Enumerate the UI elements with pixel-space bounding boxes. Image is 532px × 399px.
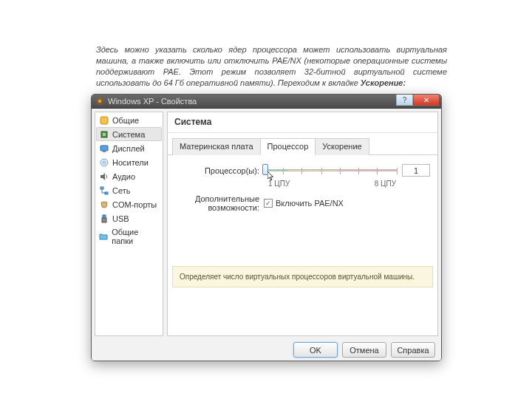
mouse-cursor-icon — [267, 171, 275, 183]
svg-point-15 — [103, 161, 105, 163]
svg-rect-12 — [100, 146, 108, 151]
sidebar: Общие Система Дисплей Носители Аудио — [95, 112, 163, 336]
hint-text: Определяет число виртуальных процессоров… — [180, 273, 415, 281]
close-button[interactable]: ✕ — [413, 95, 440, 106]
window-title: Windows XP - Свойства — [108, 97, 197, 106]
svg-rect-13 — [103, 151, 106, 152]
tab-processor[interactable]: Процессор — [260, 138, 316, 155]
sidebar-item-usb[interactable]: USB — [96, 211, 162, 225]
svg-line-5 — [97, 98, 98, 99]
svg-line-6 — [101, 103, 102, 104]
svg-rect-17 — [100, 187, 103, 189]
sidebar-item-system[interactable]: Система — [96, 127, 162, 141]
sidebar-item-shared[interactable]: Общие папки — [96, 225, 162, 248]
network-icon — [99, 185, 109, 195]
cpu-slider[interactable]: 1 — [264, 164, 430, 177]
sidebar-item-display[interactable]: Дисплей — [96, 141, 162, 155]
sidebar-item-label: Дисплей — [112, 144, 145, 153]
ok-button[interactable]: OK — [293, 342, 338, 358]
help-button[interactable]: ? — [396, 95, 413, 106]
chip-icon — [99, 129, 109, 139]
sidebar-item-label: Система — [112, 130, 145, 139]
cpu-count-input[interactable]: 1 — [402, 164, 430, 177]
folder-icon — [99, 232, 108, 242]
sidebar-item-label: Общие — [112, 116, 139, 125]
svg-rect-11 — [103, 133, 106, 136]
speaker-icon — [99, 171, 109, 181]
svg-point-0 — [98, 100, 101, 103]
content-panel: Система Материнская плата Процессор Уско… — [167, 112, 438, 336]
extras-row: Дополнительные возможности: Включить PAE… — [175, 194, 430, 212]
hint-bar: Определяет число виртуальных процессоров… — [172, 266, 433, 287]
sidebar-item-label: Аудио — [112, 172, 135, 181]
svg-line-7 — [101, 98, 102, 99]
sidebar-item-serial[interactable]: COM-порты — [96, 197, 162, 211]
dialog-buttons: OK Отмена Справка — [95, 339, 438, 358]
tab-content: Процессор(ы): — [168, 155, 437, 266]
client-area: Общие Система Дисплей Носители Аудио — [92, 109, 441, 361]
tab-motherboard[interactable]: Материнская плата — [172, 138, 261, 155]
processor-row: Процессор(ы): — [175, 164, 430, 177]
help-dialog-button[interactable]: Справка — [391, 342, 435, 358]
usb-icon — [99, 214, 109, 223]
tab-acceleration[interactable]: Ускорение — [315, 138, 369, 155]
panel-title: Система — [168, 112, 437, 133]
sidebar-item-label: Носители — [112, 158, 149, 167]
description-bold: Ускорение: — [361, 78, 406, 87]
gear-icon — [95, 97, 104, 106]
titlebar[interactable]: Windows XP - Свойства ? ✕ — [92, 95, 441, 109]
disc-icon — [99, 157, 109, 167]
window-controls: ? ✕ — [396, 95, 440, 107]
processor-label: Процессор(ы): — [175, 166, 264, 175]
serial-icon — [99, 200, 109, 209]
sidebar-item-label: Общие папки — [112, 228, 159, 245]
svg-marker-16 — [100, 173, 105, 180]
sidebar-item-label: USB — [112, 214, 129, 223]
page-description: Здесь можно указать сколько ядер процесс… — [96, 44, 447, 88]
general-icon — [99, 115, 109, 125]
settings-window: Windows XP - Свойства ? ✕ Общие Система … — [91, 94, 442, 361]
svg-rect-19 — [103, 215, 106, 218]
cancel-button[interactable]: Отмена — [342, 342, 386, 358]
pae-label: Включить PAE/NX — [276, 199, 344, 208]
display-icon — [99, 143, 109, 153]
cpu-max-label: 8 ЦПУ — [375, 180, 396, 188]
svg-rect-9 — [100, 117, 108, 124]
sidebar-item-network[interactable]: Сеть — [96, 183, 162, 197]
pae-checkbox[interactable] — [264, 199, 273, 208]
sidebar-item-label: COM-порты — [112, 200, 157, 209]
svg-line-8 — [97, 103, 98, 104]
extras-label: Дополнительные возможности: — [175, 194, 264, 212]
svg-rect-20 — [102, 218, 106, 222]
sidebar-item-general[interactable]: Общие — [96, 113, 162, 127]
sidebar-item-label: Сеть — [112, 186, 130, 195]
sidebar-item-storage[interactable]: Носители — [96, 155, 162, 169]
sidebar-item-audio[interactable]: Аудио — [96, 169, 162, 183]
tab-bar: Материнская плата Процессор Ускорение — [168, 133, 437, 155]
